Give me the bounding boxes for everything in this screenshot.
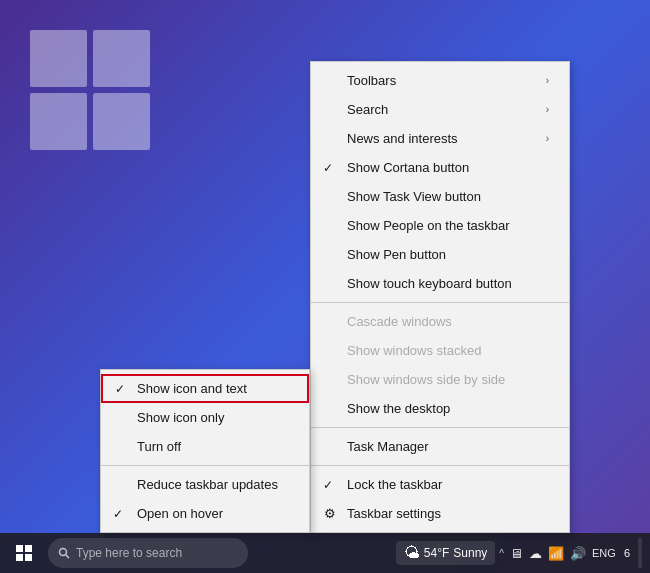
network-icon: 🖥 [510,546,523,561]
menu-label-show-icon-only: Show icon only [137,410,224,425]
menu-item-turn-off[interactable]: Turn off [101,432,309,461]
menu-label-side-by-side: Show windows side by side [347,372,505,387]
gear-icon: ⚙ [323,507,337,521]
volume-icon[interactable]: 🔊 [570,546,586,561]
menu-item-task-manager[interactable]: Task Manager [311,432,569,461]
menu-label-search: Search [347,102,388,117]
language-label[interactable]: ENG [592,547,616,559]
arrow-toolbars: › [546,75,549,86]
checkmark-cortana: ✓ [323,161,333,175]
menu-label-show-icon-text: Show icon and text [137,381,247,396]
menu-item-show-people[interactable]: Show People on the taskbar [311,211,569,240]
wifi-icon: 📶 [548,546,564,561]
start-button[interactable] [4,533,44,573]
weather-condition: Sunny [453,546,487,560]
menu-item-taskbar-settings[interactable]: ⚙ Taskbar settings [311,499,569,528]
menu-item-news-interests[interactable]: News and interests › [311,124,569,153]
context-menu-area: ✓ Show icon and text Show icon only Turn… [100,61,570,533]
checkmark-open-on-hover: ✓ [113,507,123,521]
checkmark-show-icon-text: ✓ [115,382,125,396]
menu-item-lock-taskbar[interactable]: ✓ Lock the taskbar [311,470,569,499]
menu-label-taskbar-settings: Taskbar settings [347,506,441,521]
menu-item-show-icon-text[interactable]: ✓ Show icon and text [101,374,309,403]
menu-item-open-on-hover[interactable]: ✓ Open on hover [101,499,309,528]
sub-menu-divider [101,465,309,466]
menu-item-show-cortana[interactable]: ✓ Show Cortana button [311,153,569,182]
menu-label-show-cortana: Show Cortana button [347,160,469,175]
weather-widget[interactable]: 🌤 54°F Sunny [396,541,496,565]
checkmark-lock-taskbar: ✓ [323,478,333,492]
menu-label-stacked: Show windows stacked [347,343,481,358]
menu-label-task-manager: Task Manager [347,439,429,454]
menu-label-toolbars: Toolbars [347,73,396,88]
menu-label-lock-taskbar: Lock the taskbar [347,477,442,492]
svg-line-5 [66,555,69,558]
svg-rect-3 [25,554,32,561]
menu-label-show-pen: Show Pen button [347,247,446,262]
menu-label-cascade: Cascade windows [347,314,452,329]
taskbar-right-area: 🌤 54°F Sunny ^ 🖥 ☁ 📶 🔊 ENG 6 [396,538,646,568]
menu-label-show-desktop: Show the desktop [347,401,450,416]
main-menu-divider-1 [311,302,569,303]
menu-item-show-pen[interactable]: Show Pen button [311,240,569,269]
desktop: ✓ Show icon and text Show icon only Turn… [0,0,650,573]
taskbar: Type here to search 🌤 54°F Sunny ^ 🖥 ☁ 📶… [0,533,650,573]
svg-point-4 [60,549,67,556]
menu-label-reduce-updates: Reduce taskbar updates [137,477,278,492]
menu-item-search[interactable]: Search › [311,95,569,124]
menu-item-task-view[interactable]: Show Task View button [311,182,569,211]
menu-item-touch-kb[interactable]: Show touch keyboard button [311,269,569,298]
svg-rect-0 [16,545,23,552]
menu-item-toolbars[interactable]: Toolbars › [311,66,569,95]
menu-label-open-on-hover: Open on hover [137,506,223,521]
menu-label-task-view: Show Task View button [347,189,481,204]
tray-caret[interactable]: ^ [499,548,504,559]
menu-item-show-icon-only[interactable]: Show icon only [101,403,309,432]
sub-context-menu: ✓ Show icon and text Show icon only Turn… [100,369,310,533]
system-tray: ^ 🖥 ☁ 📶 🔊 ENG [499,546,616,561]
vpn-icon: ☁ [529,546,542,561]
main-menu-divider-3 [311,465,569,466]
menu-label-show-people: Show People on the taskbar [347,218,510,233]
taskbar-search[interactable]: Type here to search [48,538,248,568]
menu-label-touch-kb: Show touch keyboard button [347,276,512,291]
taskbar-clock[interactable]: 6 [620,546,634,560]
main-menu-divider-2 [311,427,569,428]
svg-rect-1 [25,545,32,552]
weather-temp: 54°F [424,546,449,560]
time-display: 6 [624,547,630,559]
menu-item-side-by-side: Show windows side by side [311,365,569,394]
arrow-news-interests: › [546,133,549,144]
menu-item-show-desktop[interactable]: Show the desktop [311,394,569,423]
show-desktop-button[interactable] [638,538,642,568]
menu-item-stacked: Show windows stacked [311,336,569,365]
menu-label-turn-off: Turn off [137,439,181,454]
main-context-menu: Toolbars › Search › News and interests ›… [310,61,570,533]
svg-rect-2 [16,554,23,561]
arrow-search: › [546,104,549,115]
menu-item-cascade: Cascade windows [311,307,569,336]
menu-item-reduce-updates[interactable]: Reduce taskbar updates [101,470,309,499]
weather-icon: 🌤 [404,544,420,562]
menu-label-news-interests: News and interests [347,131,458,146]
